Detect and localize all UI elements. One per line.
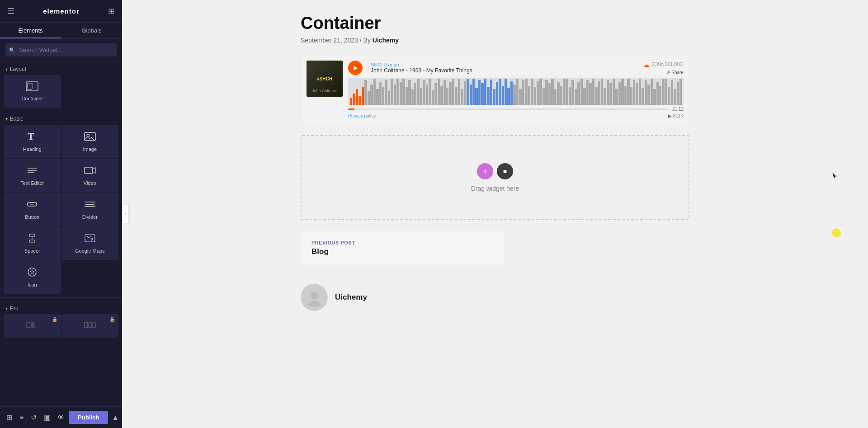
chevron-up-icon[interactable]: ▲	[108, 411, 122, 424]
add-widget-button[interactable]: +	[477, 163, 493, 179]
preview-icon[interactable]: 👁	[54, 411, 69, 424]
sc-player: ▶ SHCHXango John Coltrane - 1963 - My Fa…	[348, 61, 684, 118]
svg-rect-8	[85, 167, 93, 174]
widget-spacer-label: Spacer	[24, 248, 40, 254]
heading-icon: T	[26, 131, 38, 144]
widget-video[interactable]: Video	[61, 159, 119, 192]
sc-share-button[interactable]: ↗ Share	[666, 70, 684, 75]
sc-top-row: #SHCH John Coltrane ▶ SHCHXango John Col…	[307, 61, 684, 118]
svg-rect-21	[32, 322, 34, 325]
svg-rect-17	[85, 235, 95, 242]
publish-button[interactable]: Publish	[69, 411, 108, 424]
section-basic-label[interactable]: Basic	[0, 111, 122, 125]
history-icon[interactable]: ↺	[27, 410, 40, 424]
tab-globals[interactable]: Globals	[61, 23, 122, 38]
widget-divider[interactable]: Divider	[61, 193, 119, 226]
drop-zone: + ■ Drag widget here	[301, 135, 689, 220]
google-maps-icon	[84, 233, 96, 245]
svg-rect-25	[93, 322, 95, 328]
widget-button[interactable]: Button	[4, 193, 61, 226]
svg-point-18	[91, 238, 93, 240]
search-input[interactable]	[5, 43, 117, 56]
widget-image[interactable]: Image	[61, 125, 119, 158]
layout-widgets-grid: Container	[0, 75, 122, 111]
sidebar-header: ☰ elementor ⊞	[0, 0, 122, 23]
drop-zone-actions: + ■	[477, 163, 513, 179]
sc-track-title: John Coltrane - 1963 - My Favorite Thing…	[371, 67, 639, 74]
section-pro-label[interactable]: Pro	[0, 301, 122, 314]
search-box	[0, 39, 122, 61]
sc-track-info: SHCHXango John Coltrane - 1963 - My Favo…	[371, 62, 639, 74]
button-icon	[26, 199, 38, 212]
sidebar: ☰ elementor ⊞ Elements Globals Layout	[0, 0, 122, 428]
author-box: Uichemy	[301, 276, 689, 318]
widget-icon-label: Icon	[28, 282, 37, 287]
widget-image-label: Image	[83, 146, 97, 152]
sc-play-button[interactable]: ▶	[348, 61, 363, 75]
layers-icon[interactable]: ≡	[16, 411, 27, 424]
app-logo: elementor	[43, 7, 80, 15]
grid-icon[interactable]: ⊞	[108, 6, 115, 16]
content-area: Container September 21, 2023 / By Uichem…	[292, 0, 698, 345]
tab-elements[interactable]: Elements	[0, 23, 61, 38]
sidebar-bottom: ⊞ ≡ ↺ ▣ 👁 Publish ▲	[0, 406, 122, 428]
widget-container[interactable]: Container	[4, 75, 61, 108]
widget-divider-label: Divider	[82, 214, 98, 220]
pro-widget-1[interactable]: 🔒	[4, 314, 61, 338]
widget-google-maps-label: Google Maps	[75, 248, 104, 254]
structure-icon[interactable]: ⊞	[3, 410, 16, 424]
svg-rect-14	[29, 234, 35, 236]
soundcloud-icon: ☁	[643, 61, 650, 68]
container-icon	[26, 81, 38, 93]
sc-play-count: ▶ 811K	[668, 113, 684, 118]
svg-point-19	[28, 268, 36, 276]
widget-container-label: Container	[21, 96, 43, 101]
sc-privacy-policy[interactable]: Privacy policy	[348, 113, 376, 118]
svg-rect-24	[89, 322, 92, 328]
svg-point-27	[308, 301, 321, 306]
section-layout-label[interactable]: Layout	[0, 61, 122, 75]
widget-button-label: Button	[25, 214, 39, 220]
sidebar-content: Layout Container Basic T	[0, 61, 122, 406]
sc-duration: 21:12	[672, 107, 684, 112]
text-editor-icon	[26, 165, 38, 178]
post-title: Container	[301, 14, 689, 33]
search-wrap	[5, 43, 117, 56]
collapse-handle[interactable]: ‹	[122, 205, 128, 223]
svg-point-4	[87, 134, 90, 137]
svg-rect-16	[29, 240, 35, 242]
hamburger-icon[interactable]: ☰	[7, 6, 14, 16]
svg-text:T: T	[28, 131, 34, 142]
widget-heading[interactable]: T Heading	[4, 125, 61, 158]
widget-heading-label: Heading	[23, 146, 42, 152]
widget-icon[interactable]: Icon	[4, 260, 61, 294]
pro-widgets-grid: 🔒 🔒	[0, 314, 122, 341]
sc-brand: ☁ SOUNDCLOUD	[643, 61, 684, 68]
sidebar-tabs: Elements Globals	[0, 23, 122, 39]
widget-google-maps[interactable]: Google Maps	[61, 226, 119, 260]
svg-point-26	[311, 292, 318, 299]
square-button[interactable]: ■	[497, 163, 513, 179]
responsive-icon[interactable]: ▣	[40, 410, 54, 424]
author-name: Uichemy	[335, 293, 367, 302]
svg-rect-22	[32, 325, 34, 328]
widget-text-editor[interactable]: Text Editor	[4, 159, 61, 192]
basic-widgets-grid: T Heading Image	[0, 125, 122, 297]
svg-rect-20	[27, 322, 31, 328]
soundcloud-embed: #SHCH John Coltrane ▶ SHCHXango John Col…	[301, 55, 689, 124]
prev-post-title[interactable]: Blog	[311, 247, 493, 256]
widget-video-label: Video	[84, 180, 96, 186]
spacer-icon	[26, 233, 38, 245]
post-meta: September 21, 2023 / By Uichemy	[301, 37, 689, 44]
prev-post-label: PREVIOUS POST	[311, 240, 493, 245]
svg-rect-23	[85, 322, 88, 328]
sc-artist[interactable]: SHCHXango	[371, 62, 639, 67]
sc-progress-row: 21:12	[348, 107, 684, 112]
post-date: September 21, 2023	[301, 37, 358, 44]
svg-rect-1	[28, 83, 32, 89]
post-author-link[interactable]: Uichemy	[373, 37, 399, 44]
pro-widget-2[interactable]: 🔒	[61, 314, 119, 338]
author-avatar	[301, 284, 328, 311]
widget-spacer[interactable]: Spacer	[4, 226, 61, 260]
sc-waveform[interactable]	[348, 78, 684, 105]
